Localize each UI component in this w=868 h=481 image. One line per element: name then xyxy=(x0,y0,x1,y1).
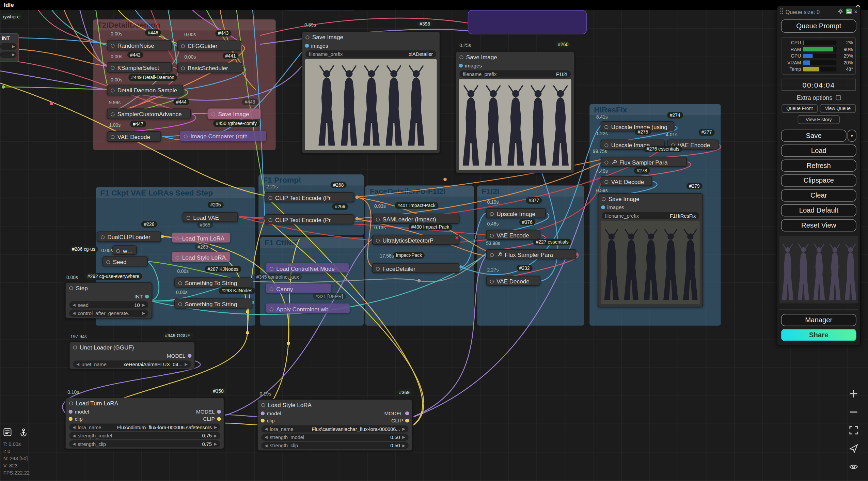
input-port-dot[interactable] xyxy=(69,417,73,421)
widget-filename-prefix[interactable]: filename_prefixF1I2I xyxy=(459,70,571,77)
node-canny[interactable]: Canny xyxy=(266,283,331,293)
widget-lora-name[interactable]: ◀lora_nameFlux\castlevaniachar_flux-lora… xyxy=(261,425,408,432)
node-image-comparer-rgth[interactable]: Image Comparer (rgth xyxy=(180,131,266,141)
node-header[interactable]: Load ControlNet Mode xyxy=(266,264,348,273)
node-ksamplerselect[interactable]: KSamplerSelect xyxy=(107,62,172,73)
widget-arrow-right-icon[interactable]: ▶ xyxy=(402,443,405,448)
node-randomnoise[interactable]: RandomNoise xyxy=(107,40,172,50)
node-basicscheduler[interactable]: BasicScheduler xyxy=(177,63,242,73)
node-ultralyticsdetectorp[interactable]: UltralyticsDetectorP xyxy=(372,235,459,245)
node-load-style-lora[interactable]: Load Style LoRAmodelMODELclipCLIP◀lora_n… xyxy=(257,399,412,451)
output-port-dot[interactable] xyxy=(217,417,221,421)
gallery-icon[interactable] xyxy=(846,8,852,15)
node-partial-left[interactable]: INT ▶ ▶ xyxy=(0,33,19,62)
node-header[interactable]: Save Image xyxy=(598,194,703,204)
widget-partial[interactable]: ▶ xyxy=(0,51,17,58)
input-slot[interactable]: model xyxy=(69,409,89,415)
node-apply-controlnet-wit[interactable]: Apply Controlnet wit xyxy=(266,304,350,313)
node-header[interactable]: Upscale Image xyxy=(487,209,545,218)
node-header[interactable]: Flux Sampler Para xyxy=(487,250,576,259)
input-slot[interactable]: images xyxy=(459,63,482,69)
node-header[interactable]: Something To String xyxy=(175,278,252,288)
load-button[interactable]: Load xyxy=(781,144,856,157)
node-header[interactable]: FaceDetailer xyxy=(373,264,459,273)
send-cursor-button[interactable] xyxy=(848,443,860,455)
widget-filename-prefix[interactable]: filename_prefixF1HiResFix xyxy=(602,212,699,219)
node-cfgguider[interactable]: CFGGuider xyxy=(177,41,241,51)
node-header[interactable]: Detail Daemon Sample xyxy=(107,85,183,95)
save-button[interactable]: Save xyxy=(781,129,847,142)
widget-arrow-left-icon[interactable]: ◀ xyxy=(76,362,79,366)
node-header[interactable]: Save Image xyxy=(302,32,440,42)
node-header[interactable]: Unet Loader (GGUF) xyxy=(70,342,194,352)
input-slot[interactable]: images xyxy=(305,43,328,49)
widget-arrow-right-icon[interactable]: ▶ xyxy=(185,362,188,366)
node-header[interactable]: VAE Decode xyxy=(107,132,160,142)
load-default-button[interactable]: Load Default xyxy=(781,204,856,217)
widget-strength-model[interactable]: ◀strength_model0.75▶ xyxy=(69,432,220,439)
widget-partial[interactable]: ▶ xyxy=(0,43,17,50)
node-header[interactable]: Save Image xyxy=(456,52,574,62)
widget-lora-name[interactable]: ◀lora_nameFlux\odinturn_flux-lora-000006… xyxy=(69,424,220,431)
node-save-image[interactable]: Save Imageimagesfilename_prefixF1HiResFi… xyxy=(598,193,703,307)
chevron-up-icon[interactable] xyxy=(855,1,862,11)
settings-gear-icon[interactable] xyxy=(837,8,843,15)
output-slot[interactable]: CLIP xyxy=(203,416,221,422)
node-vae-encode[interactable]: VAE Encode xyxy=(486,230,540,240)
input-slot[interactable]: images xyxy=(601,204,624,211)
widget-strength-model[interactable]: ◀strength_model0.50▶ xyxy=(261,434,408,441)
input-slot[interactable]: clip xyxy=(69,416,83,422)
node-something-to-string[interactable]: Something To String xyxy=(174,277,252,287)
zoom-in-button[interactable] xyxy=(848,388,860,400)
output-slot[interactable]: MODEL xyxy=(167,353,192,359)
node-flux-sampler-para[interactable]: Flux Sampler Para xyxy=(486,249,576,259)
node-header[interactable]: CFGGuider xyxy=(178,41,241,51)
widget-arrow-right-icon[interactable]: ▶ xyxy=(402,435,405,439)
node-flux-sampler-para[interactable]: Flux Sampler Para xyxy=(601,157,687,167)
reroute-dot[interactable] xyxy=(2,85,5,89)
widget-arrow-left-icon[interactable]: ◀ xyxy=(73,441,76,446)
widget-arrow-right-icon[interactable]: ▶ xyxy=(402,427,405,431)
widget-arrow-right-icon[interactable]: ▶ xyxy=(214,433,217,438)
share-button[interactable]: Share xyxy=(781,329,856,341)
node-samloader-impact[interactable]: SAMLoader (Impact) xyxy=(372,214,459,223)
node-header[interactable]: SamplerCustomAdvance xyxy=(107,109,190,119)
input-port-dot[interactable] xyxy=(261,412,265,415)
output-slot[interactable]: MODEL xyxy=(384,410,409,417)
node-header[interactable]: Something To String xyxy=(175,299,252,309)
widget-filename-prefix[interactable]: filename_prefixxlADetailer xyxy=(305,50,436,58)
zoom-out-button[interactable] xyxy=(848,406,860,418)
widget-arrow-left-icon[interactable]: ◀ xyxy=(73,311,76,315)
node-header[interactable]: VAE Encode xyxy=(487,230,540,240)
node-save-image[interactable]: Save Imageimagesfilename_prefixF1I2I xyxy=(456,51,575,173)
reset-view-button[interactable]: Reset View xyxy=(781,219,856,232)
extra-options-checkbox[interactable] xyxy=(836,95,841,100)
queue-front-button[interactable]: Queue Front xyxy=(782,104,818,113)
workflow-list-icon[interactable] xyxy=(1,426,13,438)
widget-control-after-generate[interactable]: ◀control_after_generate.▶ xyxy=(69,310,148,317)
node-header[interactable]: where xyxy=(113,246,136,255)
node-load-turn-lora[interactable]: Load Turn LoRA xyxy=(172,233,230,243)
node-header[interactable]: VAE Decode xyxy=(601,177,651,186)
node-header[interactable]: Flux Sampler Para xyxy=(601,157,686,167)
result-preview-image[interactable] xyxy=(779,236,858,304)
reroute-dot[interactable] xyxy=(50,102,53,105)
node-load-controlnet-mode[interactable]: Load ControlNet Mode xyxy=(266,263,349,273)
node-header[interactable]: Image Comparer (rgth xyxy=(180,131,266,141)
output-port-dot[interactable] xyxy=(405,419,409,422)
node-unet-loader-gguf[interactable]: Unet Loader (GGUF)MODEL◀unet_namexeHenta… xyxy=(69,342,195,369)
widget-arrow-right-icon[interactable]: ▶ xyxy=(142,302,145,307)
node-header[interactable]: CLIP Text Encode (Pr xyxy=(265,215,354,224)
widget-arrow-left-icon[interactable]: ◀ xyxy=(265,435,268,439)
node-vae-decode[interactable]: VAE Decode xyxy=(601,176,652,186)
node-something-to-string[interactable]: Something To String xyxy=(174,298,252,308)
output-port-dot[interactable] xyxy=(188,354,191,358)
input-port-dot[interactable] xyxy=(459,64,463,67)
widget-arrow-right-icon[interactable]: ▶ xyxy=(214,425,217,430)
node-seed[interactable]: Seed xyxy=(102,257,148,266)
node-load-turn-lora[interactable]: Load Turn LoRAmodelMODELclipCLIP◀lora_na… xyxy=(65,398,224,449)
clear-button[interactable]: Clear xyxy=(781,189,856,202)
node-header[interactable]: Canny xyxy=(266,284,331,293)
output-port-dot[interactable] xyxy=(145,295,149,298)
node-dualcliploader[interactable]: DualCLIPLoader xyxy=(97,232,161,242)
